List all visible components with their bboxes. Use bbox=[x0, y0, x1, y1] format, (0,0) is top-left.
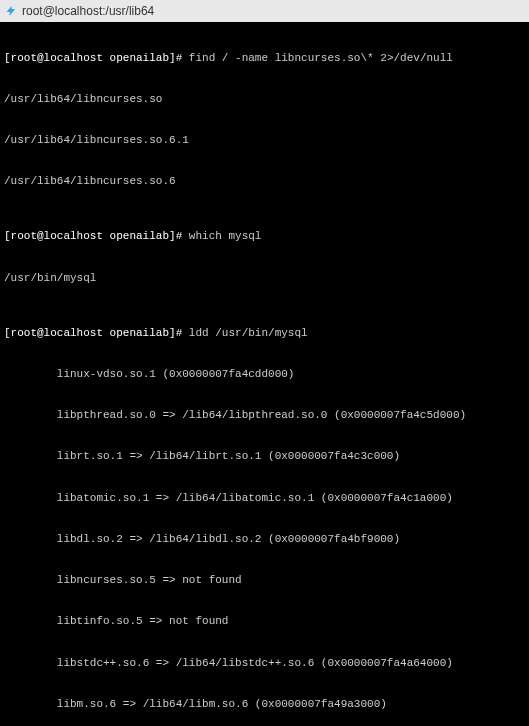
output: libtinfo.so.5 => not found bbox=[4, 615, 525, 629]
output: /usr/bin/mysql bbox=[4, 272, 525, 286]
output: /usr/lib64/libncurses.so bbox=[4, 93, 525, 107]
cmd-ldd: ldd /usr/bin/mysql bbox=[189, 327, 308, 339]
output: libdl.so.2 => /lib64/libdl.so.2 (0x00000… bbox=[4, 533, 525, 547]
cmd-which: which mysql bbox=[189, 230, 262, 242]
output: linux-vdso.so.1 (0x0000007fa4cdd000) bbox=[4, 368, 525, 382]
cmd-find: find / -name libncurses.so\* 2>/dev/null bbox=[189, 52, 453, 64]
output: libstdc++.so.6 => /lib64/libstdc++.so.6 … bbox=[4, 657, 525, 671]
terminal-body[interactable]: [root@localhost openailab]# find / -name… bbox=[0, 22, 529, 726]
output: /usr/lib64/libncurses.so.6.1 bbox=[4, 134, 525, 148]
prompt: [root@localhost openailab]# bbox=[4, 327, 189, 339]
output: librt.so.1 => /lib64/librt.so.1 (0x00000… bbox=[4, 450, 525, 464]
output: libm.so.6 => /lib64/libm.so.6 (0x0000007… bbox=[4, 698, 525, 712]
output: /usr/lib64/libncurses.so.6 bbox=[4, 175, 525, 189]
window-titlebar: root@localhost:/usr/lib64 bbox=[0, 0, 529, 22]
lightning-icon bbox=[4, 4, 18, 18]
window-title: root@localhost:/usr/lib64 bbox=[22, 4, 154, 19]
prompt: [root@localhost openailab]# bbox=[4, 52, 189, 64]
output: libncurses.so.5 => not found bbox=[4, 574, 525, 588]
output: libatomic.so.1 => /lib64/libatomic.so.1 … bbox=[4, 492, 525, 506]
prompt: [root@localhost openailab]# bbox=[4, 230, 189, 242]
output: libpthread.so.0 => /lib64/libpthread.so.… bbox=[4, 409, 525, 423]
